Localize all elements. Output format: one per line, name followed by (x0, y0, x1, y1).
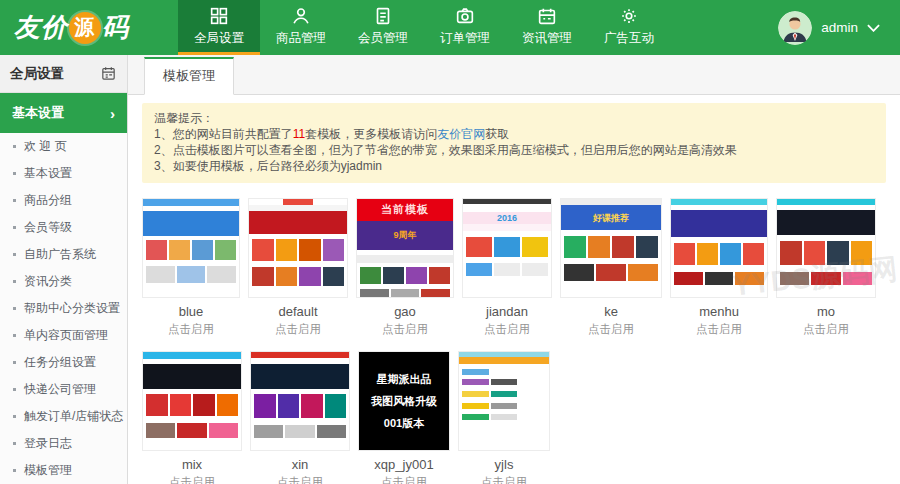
current-template-badge: 当前模板 (357, 199, 453, 221)
thumbnail-band (251, 364, 349, 389)
sidebar-item-label: 欢 迎 页 (24, 138, 67, 155)
nav-item-label: 商品管理 (276, 30, 326, 47)
sidebar-item[interactable]: 会员等级 (0, 214, 127, 241)
enable-template-link[interactable]: 点击启用 (462, 322, 552, 337)
sidebar-item-label: 帮助中心分类设置 (24, 300, 120, 317)
official-site-link[interactable]: 友价官网 (437, 127, 485, 141)
notice-line-1: 1、您的网站目前共配置了11套模板，更多模板请访问友价官网获取 (154, 126, 874, 142)
enable-template-link[interactable]: 点击启用 (250, 475, 350, 484)
sidebar-group-basic-settings[interactable]: 基本设置 › (0, 93, 127, 133)
thumbnail-band (143, 199, 239, 206)
enable-template-link[interactable]: 点击启用 (248, 322, 348, 337)
enable-template-link[interactable]: 点击启用 (356, 322, 454, 337)
template-thumbnail[interactable] (458, 351, 550, 451)
bullet-icon (13, 307, 16, 310)
sidebar-item[interactable]: 触发订单/店铺状态 (0, 403, 127, 430)
template-thumbnail[interactable]: 星期派出品我图风格升级001版本 (358, 351, 450, 451)
tab-template-management[interactable]: 模板管理 (144, 57, 234, 95)
enable-template-link[interactable]: 点击启用 (560, 322, 662, 337)
thumbnail-band (143, 352, 241, 359)
template-thumbnail[interactable] (142, 198, 240, 298)
enable-template-link[interactable]: 点击启用 (142, 475, 242, 484)
sidebar-item[interactable]: 快递公司管理 (0, 376, 127, 403)
nav-item-label: 资讯管理 (522, 30, 572, 47)
enable-template-link[interactable]: 点击启用 (142, 322, 240, 337)
sidebar-item[interactable]: 单内容页面管理 (0, 322, 127, 349)
nav-item-gear[interactable]: 广告互动 (588, 0, 670, 55)
notice-box: 温馨提示： 1、您的网站目前共配置了11套模板，更多模板请访问友价官网获取 2、… (142, 103, 886, 183)
thumbnail-band (143, 211, 239, 236)
sidebar-item-label: 登录日志 (24, 435, 72, 452)
template-card: mo点击启用 (776, 198, 876, 337)
sidebar-item-label: 触发订单/店铺状态 (24, 408, 123, 425)
sidebar-item[interactable]: 模板管理 (0, 457, 127, 484)
bullet-icon (13, 172, 16, 175)
enable-template-link[interactable]: 点击启用 (776, 322, 876, 337)
thumbnail-band (777, 285, 875, 297)
sidebar-item-label: 基本设置 (24, 165, 72, 182)
nav-item-camera[interactable]: 订单管理 (424, 0, 506, 55)
enable-template-link[interactable]: 点击启用 (458, 475, 550, 484)
panel-calendar-icon[interactable] (100, 65, 117, 82)
enable-template-link[interactable]: 点击启用 (670, 322, 768, 337)
site-logo[interactable]: 友价源码 (0, 0, 178, 55)
thumbnail-band (777, 272, 875, 286)
notice-line-2: 2、点击模板图片可以查看全图，但为了节省您的带宽，效果图采用高压缩模式，但启用后… (154, 142, 874, 158)
sidebar-item[interactable]: 基本设置 (0, 160, 127, 187)
template-card: mix点击启用 (142, 351, 242, 484)
thumbnail-band (143, 423, 241, 439)
main-nav: 全局设置商品管理会员管理订单管理资讯管理广告互动 (178, 0, 670, 55)
thumbnail-band (249, 286, 347, 297)
avatar[interactable] (778, 11, 812, 45)
nav-item-grid[interactable]: 全局设置 (178, 0, 260, 55)
enable-template-link[interactable]: 点击启用 (358, 475, 450, 484)
template-grid-row: blue点击启用default点击启用当前模板9周年gao点击启用2016jia… (142, 198, 886, 337)
notice-title: 温馨提示： (154, 110, 874, 126)
nav-item-document[interactable]: 会员管理 (342, 0, 424, 55)
thumbnail-band (561, 281, 661, 297)
template-thumbnail[interactable] (248, 198, 348, 298)
document-icon (372, 5, 394, 27)
template-card: xin点击启用 (250, 351, 350, 484)
sidebar-item-label: 快递公司管理 (24, 381, 96, 398)
thumbnail-band (357, 267, 453, 285)
template-card: blue点击启用 (142, 198, 240, 337)
template-name: default (248, 304, 348, 319)
nav-item-label: 全局设置 (194, 30, 244, 47)
sidebar-header: 全局设置 (0, 55, 127, 93)
thumbnail-band (143, 364, 241, 389)
bullet-icon (13, 280, 16, 283)
bullet-icon (13, 388, 16, 391)
thumbnail-band (459, 357, 549, 364)
sidebar-item[interactable]: 商品分组 (0, 187, 127, 214)
thumbnail-band (251, 438, 349, 450)
thumbnail-band (143, 416, 241, 423)
sidebar-item[interactable]: 帮助中心分类设置 (0, 295, 127, 322)
template-thumbnail[interactable] (670, 198, 768, 298)
template-thumbnail[interactable]: 当前模板9周年 (356, 198, 454, 298)
bullet-icon (13, 442, 16, 445)
template-name: gao (356, 304, 454, 319)
nav-item-calendar[interactable]: 资讯管理 (506, 0, 588, 55)
thumbnail-band (671, 285, 767, 297)
bullet-icon (13, 469, 16, 472)
template-thumbnail[interactable] (142, 351, 242, 451)
sidebar-item-label: 商品分组 (24, 192, 72, 209)
thumbnail-band (143, 438, 241, 450)
template-thumbnail[interactable] (250, 351, 350, 451)
user-menu[interactable]: admin (778, 0, 900, 55)
sidebar-item[interactable]: 登录日志 (0, 430, 127, 457)
thumbnail-band (463, 276, 551, 297)
sidebar-item[interactable]: 自助广告系统 (0, 241, 127, 268)
nav-item-user[interactable]: 商品管理 (260, 0, 342, 55)
thumbnail-band (249, 239, 347, 261)
template-thumbnail[interactable]: 2016 (462, 198, 552, 298)
template-thumbnail[interactable]: 好课推荐 (560, 198, 662, 298)
sidebar-item[interactable]: 欢 迎 页 (0, 133, 127, 160)
template-thumbnail[interactable] (776, 198, 876, 298)
thumbnail-band (777, 241, 875, 265)
template-name: blue (142, 304, 240, 319)
chevron-down-icon (867, 24, 880, 32)
sidebar-item[interactable]: 任务分组设置 (0, 349, 127, 376)
sidebar-item[interactable]: 资讯分类 (0, 268, 127, 295)
